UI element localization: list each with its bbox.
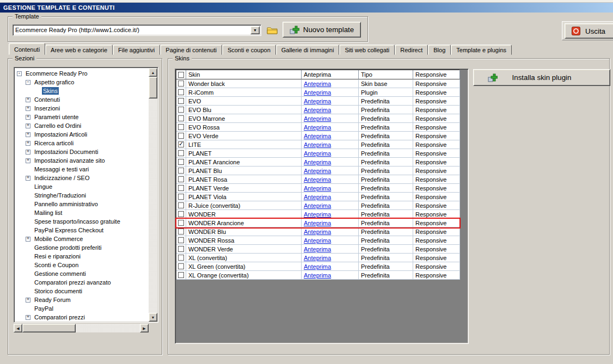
anteprima-link[interactable]: Anteprima — [304, 246, 331, 252]
tree-item[interactable]: Gestione prodotti preferiti — [16, 243, 149, 252]
tree-item[interactable]: Stringhe/Traduzioni — [16, 191, 149, 200]
tree-expand-icon[interactable]: + — [26, 115, 30, 120]
skin-checkbox[interactable] — [178, 176, 184, 182]
new-template-button[interactable]: Nuovo template — [283, 22, 361, 38]
tree-horizontal-scrollbar[interactable]: ◀ ▶ — [14, 324, 149, 332]
tree-expand-icon[interactable]: - — [17, 71, 22, 76]
scroll-down-button[interactable]: ▼ — [149, 313, 157, 322]
tree-item[interactable]: + Inserzioni — [16, 104, 149, 113]
exit-button[interactable]: Uscita — [565, 23, 613, 39]
skin-checkbox[interactable] — [178, 141, 184, 147]
tab-siti-web-collegati[interactable]: Siti web collegati — [339, 45, 395, 55]
anteprima-link[interactable]: Anteprima — [304, 98, 331, 104]
skin-checkbox[interactable] — [178, 229, 184, 235]
tree-expand-icon[interactable]: + — [26, 237, 30, 242]
skin-checkbox[interactable] — [178, 211, 184, 217]
skin-checkbox[interactable] — [178, 159, 184, 165]
tab-sconti-e-coupon[interactable]: Sconti e coupon — [222, 45, 276, 55]
scroll-left-button[interactable]: ◀ — [14, 324, 22, 332]
anteprima-link[interactable]: Anteprima — [304, 220, 331, 226]
tree-item[interactable]: + Indicizzazione / SEO — [16, 174, 149, 182]
tree-item[interactable]: Spese trasporto/incasso gratuite — [16, 217, 149, 226]
tab-redirect[interactable]: Redirect — [395, 45, 428, 55]
skin-checkbox[interactable] — [178, 133, 184, 139]
tree-item[interactable]: + Impostazioni Articoli — [16, 130, 149, 139]
tree-item[interactable]: Skins — [16, 87, 149, 95]
skin-checkbox[interactable] — [178, 272, 184, 278]
tree-item[interactable]: Mailing list — [16, 208, 149, 217]
tree-expand-icon[interactable]: + — [26, 106, 30, 111]
anteprima-link[interactable]: Anteprima — [304, 124, 331, 131]
anteprima-link[interactable]: Anteprima — [304, 89, 331, 96]
open-folder-button[interactable] — [265, 25, 279, 36]
skin-checkbox[interactable] — [178, 107, 184, 113]
vertical-scroll-thumb[interactable] — [149, 77, 157, 98]
tree-expand-icon[interactable]: + — [26, 141, 30, 146]
anteprima-link[interactable]: Anteprima — [304, 115, 331, 122]
tree-item[interactable]: Sconti e Coupon — [16, 261, 149, 269]
tree-item[interactable]: Lingue — [16, 182, 149, 191]
skin-checkbox[interactable] — [178, 81, 184, 87]
anteprima-link[interactable]: Anteprima — [304, 133, 331, 139]
skin-checkbox[interactable] — [178, 185, 184, 191]
anteprima-link[interactable]: Anteprima — [304, 150, 331, 157]
scroll-up-button[interactable]: ▲ — [149, 68, 157, 77]
anteprima-link[interactable]: Anteprima — [304, 229, 331, 235]
anteprima-link[interactable]: Anteprima — [304, 81, 331, 87]
anteprima-link[interactable]: Anteprima — [304, 211, 331, 218]
tab-contenuti[interactable]: Contenuti — [9, 43, 45, 55]
anteprima-link[interactable]: Anteprima — [304, 263, 331, 270]
tree-item[interactable]: - Aspetto grafico — [16, 78, 149, 87]
horizontal-scroll-thumb[interactable] — [22, 324, 76, 332]
tree-item[interactable]: PayPal — [16, 304, 149, 313]
tree-item[interactable]: + Ready Forum — [16, 295, 149, 304]
anteprima-link[interactable]: Anteprima — [304, 255, 331, 261]
tab-pagine-di-contenuti[interactable]: Pagine di contenuti — [160, 45, 222, 55]
template-combobox[interactable]: Ecommerce Ready Pro (http://www1.codice.… — [13, 24, 261, 36]
tree-expand-icon[interactable]: + — [26, 315, 30, 320]
anteprima-link[interactable]: Anteprima — [304, 272, 331, 279]
skin-checkbox[interactable] — [178, 255, 184, 261]
anteprima-link[interactable]: Anteprima — [304, 176, 331, 183]
skin-checkbox[interactable] — [178, 246, 184, 252]
tree-item[interactable]: Pannello amministrativo — [16, 200, 149, 208]
anteprima-link[interactable]: Anteprima — [304, 237, 331, 244]
skin-checkbox[interactable] — [178, 168, 184, 174]
tree-expand-icon[interactable]: + — [26, 150, 30, 155]
tree-vertical-scrollbar[interactable]: ▲ ▼ — [149, 68, 157, 322]
tree-item[interactable]: + Comparatori prezzi — [16, 313, 149, 322]
tab-gallerie-di-immagini[interactable]: Gallerie di immagini — [276, 45, 340, 55]
skin-checkbox[interactable] — [178, 124, 184, 130]
tree-item[interactable]: + Impostazioni Documenti — [16, 147, 149, 156]
tree-item[interactable]: Storico documenti — [16, 287, 149, 295]
tree-item[interactable]: + Ricerca articoli — [16, 139, 149, 147]
tree-item[interactable]: Gestione commenti — [16, 269, 149, 278]
tree-item[interactable]: PayPal Express Checkout — [16, 226, 149, 235]
tree-expand-icon[interactable]: + — [26, 298, 30, 303]
anteprima-link[interactable]: Anteprima — [304, 168, 331, 174]
tab-template-e-plugins[interactable]: Template e plugins — [451, 45, 512, 55]
tree-item[interactable]: + Impostazioni avanzate sito — [16, 156, 149, 165]
tree-item[interactable]: - Ecommerce Ready Pro — [16, 69, 149, 78]
tree-expand-icon[interactable]: + — [26, 176, 30, 181]
select-all-checkbox[interactable] — [178, 72, 184, 78]
tree-expand-icon[interactable]: - — [26, 80, 30, 85]
tree-item[interactable]: + Carrello ed Ordini — [16, 121, 149, 130]
tree-item[interactable]: Comparatori prezzi avanzato — [16, 278, 149, 287]
skin-checkbox[interactable] — [178, 115, 184, 121]
skin-checkbox[interactable] — [178, 202, 184, 208]
scroll-right-button[interactable]: ▶ — [140, 324, 149, 332]
tree-expand-icon[interactable]: + — [26, 132, 30, 137]
tree-item[interactable]: Messaggi e testi vari — [16, 165, 149, 174]
skin-checkbox[interactable] — [178, 98, 184, 104]
anteprima-link[interactable]: Anteprima — [304, 159, 331, 165]
skin-checkbox[interactable] — [178, 263, 184, 269]
anteprima-link[interactable]: Anteprima — [304, 202, 331, 209]
install-skin-plugin-button[interactable]: Installa skin plugin — [473, 69, 610, 86]
anteprima-link[interactable]: Anteprima — [304, 141, 331, 148]
anteprima-link[interactable]: Anteprima — [304, 107, 331, 113]
combobox-dropdown-button[interactable]: ▼ — [250, 26, 260, 34]
tree-item[interactable]: + Parametri utente — [16, 113, 149, 121]
tree-item[interactable]: Resi e riparazioni — [16, 252, 149, 261]
tree-expand-icon[interactable]: + — [26, 124, 30, 128]
